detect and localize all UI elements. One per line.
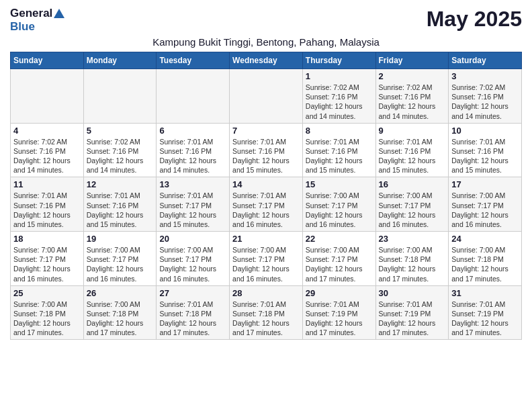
day-number: 2 [379, 71, 446, 81]
day-number: 6 [159, 126, 226, 136]
month-title: May 2025 [427, 7, 522, 32]
day-number: 5 [87, 126, 154, 136]
calendar-week-row: 1Sunrise: 7:02 AM Sunset: 7:16 PM Daylig… [11, 69, 522, 124]
calendar-week-row: 25Sunrise: 7:00 AM Sunset: 7:18 PM Dayli… [11, 285, 522, 340]
calendar-cell: 2Sunrise: 7:02 AM Sunset: 7:16 PM Daylig… [375, 69, 449, 124]
calendar-cell: 24Sunrise: 7:00 AM Sunset: 7:18 PM Dayli… [449, 232, 522, 286]
calendar-cell: 28Sunrise: 7:01 AM Sunset: 7:18 PM Dayli… [230, 285, 303, 340]
day-info: Sunrise: 7:01 AM Sunset: 7:19 PM Dayligh… [451, 300, 519, 338]
day-number: 29 [306, 288, 373, 298]
day-number: 4 [13, 126, 81, 136]
day-number: 28 [232, 288, 300, 298]
day-info: Sunrise: 7:00 AM Sunset: 7:17 PM Dayligh… [159, 245, 226, 283]
day-info: Sunrise: 7:00 AM Sunset: 7:17 PM Dayligh… [451, 191, 519, 229]
day-info: Sunrise: 7:02 AM Sunset: 7:16 PM Dayligh… [13, 137, 81, 175]
calendar-cell: 10Sunrise: 7:01 AM Sunset: 7:16 PM Dayli… [449, 123, 522, 177]
day-info: Sunrise: 7:00 AM Sunset: 7:17 PM Dayligh… [306, 245, 373, 283]
calendar-cell: 19Sunrise: 7:00 AM Sunset: 7:17 PM Dayli… [83, 232, 157, 286]
calendar-cell: 22Sunrise: 7:00 AM Sunset: 7:17 PM Dayli… [302, 232, 375, 286]
day-info: Sunrise: 7:01 AM Sunset: 7:17 PM Dayligh… [159, 191, 226, 229]
day-number: 15 [306, 179, 373, 189]
calendar-cell: 25Sunrise: 7:00 AM Sunset: 7:18 PM Dayli… [11, 285, 84, 340]
day-info: Sunrise: 7:00 AM Sunset: 7:18 PM Dayligh… [13, 300, 81, 338]
day-number: 20 [159, 234, 226, 244]
day-number: 7 [232, 126, 300, 136]
day-number: 24 [451, 234, 519, 244]
day-number: 17 [451, 179, 519, 189]
calendar-cell [11, 69, 84, 124]
day-info: Sunrise: 7:01 AM Sunset: 7:16 PM Dayligh… [232, 137, 300, 175]
calendar-cell: 14Sunrise: 7:01 AM Sunset: 7:17 PM Dayli… [230, 177, 303, 232]
location-subtitle: Kampung Bukit Tinggi, Bentong, Pahang, M… [10, 36, 522, 48]
day-number: 1 [306, 71, 373, 81]
day-info: Sunrise: 7:01 AM Sunset: 7:19 PM Dayligh… [306, 300, 373, 338]
day-number: 22 [306, 234, 373, 244]
svg-marker-0 [54, 9, 64, 18]
day-number: 11 [13, 179, 81, 189]
day-info: Sunrise: 7:01 AM Sunset: 7:18 PM Dayligh… [159, 300, 226, 338]
calendar-cell: 4Sunrise: 7:02 AM Sunset: 7:16 PM Daylig… [11, 123, 84, 177]
day-info: Sunrise: 7:00 AM Sunset: 7:18 PM Dayligh… [379, 245, 446, 283]
day-number: 19 [87, 234, 154, 244]
calendar-cell: 27Sunrise: 7:01 AM Sunset: 7:18 PM Dayli… [157, 285, 230, 340]
calendar-cell: 31Sunrise: 7:01 AM Sunset: 7:19 PM Dayli… [449, 285, 522, 340]
calendar-table: SundayMondayTuesdayWednesdayThursdayFrid… [10, 52, 522, 340]
day-number: 26 [87, 288, 154, 298]
day-info: Sunrise: 7:00 AM Sunset: 7:17 PM Dayligh… [87, 245, 154, 283]
day-info: Sunrise: 7:00 AM Sunset: 7:18 PM Dayligh… [451, 245, 519, 283]
day-info: Sunrise: 7:00 AM Sunset: 7:17 PM Dayligh… [306, 191, 373, 229]
day-info: Sunrise: 7:01 AM Sunset: 7:16 PM Dayligh… [451, 137, 519, 175]
day-info: Sunrise: 7:01 AM Sunset: 7:18 PM Dayligh… [232, 300, 300, 338]
day-info: Sunrise: 7:01 AM Sunset: 7:19 PM Dayligh… [379, 300, 446, 338]
calendar-cell: 15Sunrise: 7:00 AM Sunset: 7:17 PM Dayli… [302, 177, 375, 232]
day-number: 3 [451, 71, 519, 81]
day-number: 10 [451, 126, 519, 136]
day-number: 31 [451, 288, 519, 298]
day-info: Sunrise: 7:02 AM Sunset: 7:16 PM Dayligh… [306, 83, 373, 121]
calendar-cell: 12Sunrise: 7:01 AM Sunset: 7:16 PM Dayli… [83, 177, 157, 232]
logo-general-text: General [10, 7, 52, 20]
calendar-cell: 18Sunrise: 7:00 AM Sunset: 7:17 PM Dayli… [11, 232, 84, 286]
day-info: Sunrise: 7:01 AM Sunset: 7:16 PM Dayligh… [306, 137, 373, 175]
calendar-cell: 8Sunrise: 7:01 AM Sunset: 7:16 PM Daylig… [302, 123, 375, 177]
calendar-cell: 1Sunrise: 7:02 AM Sunset: 7:16 PM Daylig… [302, 69, 375, 124]
day-number: 21 [232, 234, 300, 244]
calendar-cell [83, 69, 157, 124]
day-number: 27 [159, 288, 226, 298]
day-info: Sunrise: 7:01 AM Sunset: 7:17 PM Dayligh… [232, 191, 300, 229]
header-friday: Friday [375, 52, 449, 69]
day-number: 8 [306, 126, 373, 136]
header-monday: Monday [83, 52, 157, 69]
calendar-cell: 3Sunrise: 7:02 AM Sunset: 7:16 PM Daylig… [449, 69, 522, 124]
calendar-cell [157, 69, 230, 124]
calendar-cell: 5Sunrise: 7:02 AM Sunset: 7:16 PM Daylig… [83, 123, 157, 177]
calendar-cell: 17Sunrise: 7:00 AM Sunset: 7:17 PM Dayli… [449, 177, 522, 232]
day-info: Sunrise: 7:00 AM Sunset: 7:17 PM Dayligh… [13, 245, 81, 283]
header-thursday: Thursday [302, 52, 375, 69]
day-info: Sunrise: 7:02 AM Sunset: 7:16 PM Dayligh… [379, 83, 446, 121]
day-number: 13 [159, 179, 226, 189]
calendar-cell: 13Sunrise: 7:01 AM Sunset: 7:17 PM Dayli… [157, 177, 230, 232]
logo-blue-text: Blue [10, 20, 35, 33]
calendar-header-row: SundayMondayTuesdayWednesdayThursdayFrid… [11, 52, 522, 69]
header-sunday: Sunday [11, 52, 84, 69]
day-info: Sunrise: 7:01 AM Sunset: 7:16 PM Dayligh… [159, 137, 226, 175]
day-number: 12 [87, 179, 154, 189]
header-wednesday: Wednesday [230, 52, 303, 69]
page-header: General Blue May 2025 [10, 7, 522, 34]
day-info: Sunrise: 7:00 AM Sunset: 7:18 PM Dayligh… [87, 300, 154, 338]
calendar-cell: 9Sunrise: 7:01 AM Sunset: 7:16 PM Daylig… [375, 123, 449, 177]
calendar-cell: 30Sunrise: 7:01 AM Sunset: 7:19 PM Dayli… [375, 285, 449, 340]
calendar-cell: 6Sunrise: 7:01 AM Sunset: 7:16 PM Daylig… [157, 123, 230, 177]
calendar-cell: 16Sunrise: 7:00 AM Sunset: 7:17 PM Dayli… [375, 177, 449, 232]
header-tuesday: Tuesday [157, 52, 230, 69]
logo: General Blue [10, 7, 64, 34]
calendar-cell: 11Sunrise: 7:01 AM Sunset: 7:16 PM Dayli… [11, 177, 84, 232]
day-number: 16 [379, 179, 446, 189]
logo-icon [54, 9, 64, 18]
day-number: 18 [13, 234, 81, 244]
header-saturday: Saturday [449, 52, 522, 69]
day-info: Sunrise: 7:00 AM Sunset: 7:17 PM Dayligh… [379, 191, 446, 229]
calendar-cell: 21Sunrise: 7:00 AM Sunset: 7:17 PM Dayli… [230, 232, 303, 286]
calendar-cell: 20Sunrise: 7:00 AM Sunset: 7:17 PM Dayli… [157, 232, 230, 286]
